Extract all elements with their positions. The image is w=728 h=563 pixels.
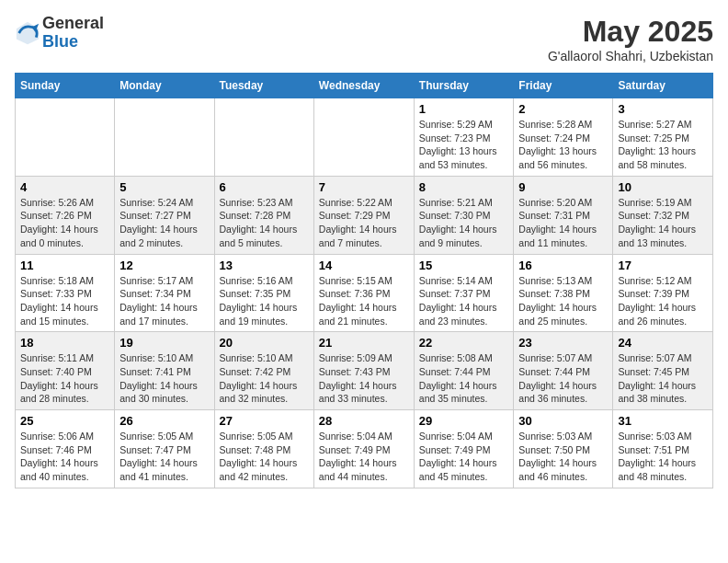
day-number: 11 (20, 259, 109, 272)
day-number: 19 (119, 336, 209, 350)
calendar-cell: 16Sunrise: 5:13 AMSunset: 7:38 PMDayligh… (514, 254, 613, 332)
calendar-cell: 13Sunrise: 5:16 AMSunset: 7:35 PMDayligh… (214, 254, 313, 332)
day-info: Sunrise: 5:04 AMSunset: 7:49 PMDaylight:… (419, 430, 509, 484)
day-info: Sunrise: 5:16 AMSunset: 7:35 PMDaylight:… (220, 274, 309, 328)
page-header: General Blue May 2025 G'allaorol Shahri,… (15, 15, 713, 63)
day-number: 22 (419, 336, 509, 350)
day-info: Sunrise: 5:17 AMSunset: 7:34 PMDaylight:… (119, 274, 209, 328)
day-number: 31 (618, 414, 708, 428)
day-info: Sunrise: 5:14 AMSunset: 7:37 PMDaylight:… (419, 274, 509, 328)
calendar-cell: 10Sunrise: 5:19 AMSunset: 7:32 PMDayligh… (613, 176, 713, 254)
day-info: Sunrise: 5:19 AMSunset: 7:32 PMDaylight:… (618, 196, 708, 250)
day-info: Sunrise: 5:10 AMSunset: 7:42 PMDaylight:… (220, 351, 309, 406)
day-info: Sunrise: 5:29 AMSunset: 7:23 PMDaylight:… (419, 118, 509, 172)
day-number: 10 (618, 180, 708, 194)
calendar-cell: 1Sunrise: 5:29 AMSunset: 7:23 PMDaylight… (414, 98, 514, 177)
day-number: 4 (20, 180, 109, 194)
day-info: Sunrise: 5:15 AMSunset: 7:36 PMDaylight:… (319, 274, 409, 328)
day-info: Sunrise: 5:03 AMSunset: 7:50 PMDaylight:… (518, 430, 608, 484)
month-title: May 2025 (548, 15, 713, 49)
day-info: Sunrise: 5:21 AMSunset: 7:30 PMDaylight:… (419, 196, 509, 250)
day-number: 6 (220, 180, 309, 194)
calendar-cell: 12Sunrise: 5:17 AMSunset: 7:34 PMDayligh… (115, 254, 214, 332)
day-number: 15 (419, 259, 509, 272)
day-info: Sunrise: 5:09 AMSunset: 7:43 PMDaylight:… (319, 351, 409, 406)
day-info: Sunrise: 5:20 AMSunset: 7:31 PMDaylight:… (518, 196, 608, 250)
day-info: Sunrise: 5:03 AMSunset: 7:51 PMDaylight:… (618, 430, 708, 484)
day-info: Sunrise: 5:27 AMSunset: 7:25 PMDaylight:… (618, 118, 708, 172)
header-day-sunday: Sunday (16, 74, 115, 98)
day-info: Sunrise: 5:22 AMSunset: 7:29 PMDaylight:… (319, 196, 409, 250)
calendar-cell: 9Sunrise: 5:20 AMSunset: 7:31 PMDaylight… (514, 176, 613, 254)
week-row-2: 4Sunrise: 5:26 AMSunset: 7:26 PMDaylight… (16, 176, 713, 254)
logo-icon (15, 20, 40, 46)
day-number: 28 (319, 414, 409, 428)
day-number: 23 (518, 336, 608, 350)
day-number: 26 (119, 414, 209, 428)
day-number: 30 (518, 414, 608, 428)
day-number: 3 (618, 102, 708, 116)
day-info: Sunrise: 5:23 AMSunset: 7:28 PMDaylight:… (220, 196, 309, 250)
calendar-cell: 21Sunrise: 5:09 AMSunset: 7:43 PMDayligh… (313, 332, 414, 410)
day-number: 21 (319, 336, 409, 350)
day-info: Sunrise: 5:06 AMSunset: 7:46 PMDaylight:… (20, 430, 109, 484)
calendar-cell: 6Sunrise: 5:23 AMSunset: 7:28 PMDaylight… (214, 176, 313, 254)
logo-text: General Blue (42, 15, 104, 52)
day-number: 18 (20, 336, 109, 350)
day-number: 17 (618, 259, 708, 272)
day-info: Sunrise: 5:04 AMSunset: 7:49 PMDaylight:… (319, 430, 409, 484)
day-info: Sunrise: 5:05 AMSunset: 7:47 PMDaylight:… (119, 430, 209, 484)
logo: General Blue (15, 15, 104, 52)
calendar-cell: 2Sunrise: 5:28 AMSunset: 7:24 PMDaylight… (514, 98, 613, 177)
calendar-cell: 11Sunrise: 5:18 AMSunset: 7:33 PMDayligh… (16, 254, 115, 332)
header-day-friday: Friday (514, 74, 613, 98)
header-day-wednesday: Wednesday (313, 74, 414, 98)
calendar-cell: 3Sunrise: 5:27 AMSunset: 7:25 PMDaylight… (613, 98, 713, 177)
calendar-cell (16, 98, 115, 177)
calendar-cell: 20Sunrise: 5:10 AMSunset: 7:42 PMDayligh… (214, 332, 313, 410)
day-info: Sunrise: 5:18 AMSunset: 7:33 PMDaylight:… (20, 274, 109, 328)
calendar-cell: 8Sunrise: 5:21 AMSunset: 7:30 PMDaylight… (414, 176, 514, 254)
day-info: Sunrise: 5:10 AMSunset: 7:41 PMDaylight:… (119, 351, 209, 406)
day-number: 25 (20, 414, 109, 428)
day-info: Sunrise: 5:28 AMSunset: 7:24 PMDaylight:… (518, 118, 608, 172)
day-info: Sunrise: 5:13 AMSunset: 7:38 PMDaylight:… (518, 274, 608, 328)
calendar-cell: 23Sunrise: 5:07 AMSunset: 7:44 PMDayligh… (514, 332, 613, 410)
day-number: 12 (119, 259, 209, 272)
calendar-cell: 22Sunrise: 5:08 AMSunset: 7:44 PMDayligh… (414, 332, 514, 410)
header-day-thursday: Thursday (414, 74, 514, 98)
week-row-1: 1Sunrise: 5:29 AMSunset: 7:23 PMDaylight… (16, 98, 713, 177)
day-number: 2 (518, 102, 608, 116)
calendar-cell: 5Sunrise: 5:24 AMSunset: 7:27 PMDaylight… (115, 176, 214, 254)
calendar-cell (313, 98, 414, 177)
day-info: Sunrise: 5:05 AMSunset: 7:48 PMDaylight:… (220, 430, 309, 484)
day-number: 29 (419, 414, 509, 428)
calendar-cell: 26Sunrise: 5:05 AMSunset: 7:47 PMDayligh… (115, 410, 214, 488)
calendar-cell: 29Sunrise: 5:04 AMSunset: 7:49 PMDayligh… (414, 410, 514, 488)
calendar-cell: 30Sunrise: 5:03 AMSunset: 7:50 PMDayligh… (514, 410, 613, 488)
calendar-cell: 25Sunrise: 5:06 AMSunset: 7:46 PMDayligh… (16, 410, 115, 488)
calendar-cell (214, 98, 313, 177)
header-day-saturday: Saturday (613, 74, 713, 98)
calendar-cell: 7Sunrise: 5:22 AMSunset: 7:29 PMDaylight… (313, 176, 414, 254)
calendar-cell: 17Sunrise: 5:12 AMSunset: 7:39 PMDayligh… (613, 254, 713, 332)
calendar-table: SundayMondayTuesdayWednesdayThursdayFrid… (15, 73, 713, 488)
calendar-cell: 15Sunrise: 5:14 AMSunset: 7:37 PMDayligh… (414, 254, 514, 332)
calendar-cell: 19Sunrise: 5:10 AMSunset: 7:41 PMDayligh… (115, 332, 214, 410)
calendar-cell: 28Sunrise: 5:04 AMSunset: 7:49 PMDayligh… (313, 410, 414, 488)
week-row-5: 25Sunrise: 5:06 AMSunset: 7:46 PMDayligh… (16, 410, 713, 488)
title-block: May 2025 G'allaorol Shahri, Uzbekistan (548, 15, 713, 63)
calendar-cell: 24Sunrise: 5:07 AMSunset: 7:45 PMDayligh… (613, 332, 713, 410)
header-day-tuesday: Tuesday (214, 74, 313, 98)
day-number: 13 (220, 259, 309, 272)
day-info: Sunrise: 5:24 AMSunset: 7:27 PMDaylight:… (119, 196, 209, 250)
calendar-cell: 27Sunrise: 5:05 AMSunset: 7:48 PMDayligh… (214, 410, 313, 488)
day-info: Sunrise: 5:11 AMSunset: 7:40 PMDaylight:… (20, 351, 109, 406)
day-info: Sunrise: 5:08 AMSunset: 7:44 PMDaylight:… (419, 351, 509, 406)
day-number: 27 (220, 414, 309, 428)
header-row: SundayMondayTuesdayWednesdayThursdayFrid… (16, 74, 713, 98)
week-row-3: 11Sunrise: 5:18 AMSunset: 7:33 PMDayligh… (16, 254, 713, 332)
day-number: 20 (220, 336, 309, 350)
day-number: 7 (319, 180, 409, 194)
day-number: 5 (119, 180, 209, 194)
